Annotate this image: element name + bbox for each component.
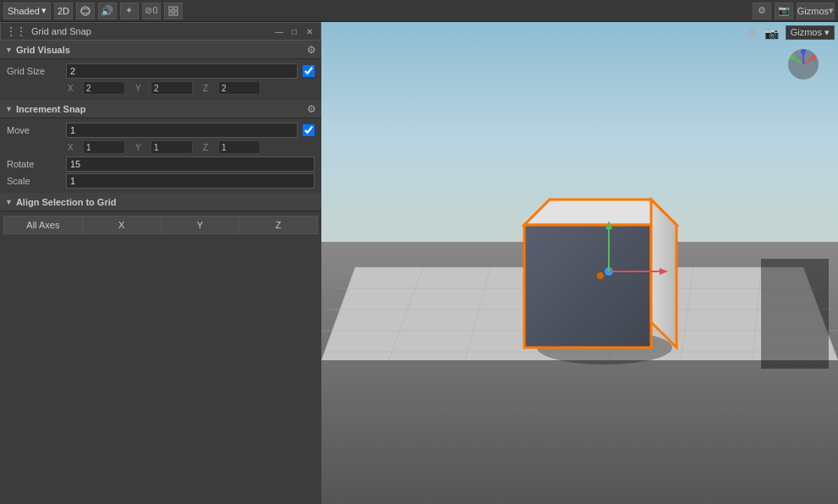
chevron-down-icon: ▾ (41, 5, 47, 16)
grid-axis-x-label: X (68, 84, 81, 93)
gizmos-chevron-icon: ▾ (829, 5, 834, 16)
align-all-axes-btn[interactable]: All Axes (3, 216, 82, 234)
align-section-content: All Axes X Y Z (0, 211, 321, 238)
sphere-icon (79, 5, 91, 17)
scale-input-wrap (66, 173, 315, 189)
increment-snap-title: Increment Snap (16, 104, 307, 114)
panel-close-btn[interactable]: ✕ (304, 25, 315, 37)
camera-icon-btn[interactable]: 📷 (775, 3, 793, 19)
gizmos-btn[interactable]: Gizmos ▾ (797, 3, 835, 19)
audio-icon-btn[interactable]: 🔊 (98, 3, 117, 19)
increment-snap-content: Move X Y (0, 118, 321, 193)
increment-snap-gear-icon[interactable]: ⚙ (307, 103, 316, 115)
svg-point-36 (597, 272, 604, 279)
grid-visuals-arrow-icon: ▼ (5, 46, 13, 54)
move-axis-y-group: Y (135, 140, 193, 154)
scale-input[interactable] (66, 173, 315, 189)
svg-rect-5 (174, 12, 178, 15)
rotate-label: Rotate (7, 159, 66, 169)
persp-icon-btn[interactable] (76, 3, 95, 19)
grid-size-label: Grid Size (7, 66, 66, 76)
svg-point-42 (791, 55, 796, 60)
align-section-title: Align Selection to Grid (16, 197, 316, 207)
grid-size-checkbox[interactable] (303, 65, 315, 77)
rotate-input-wrap (66, 156, 315, 172)
scene-svg (321, 22, 838, 504)
increment-snap-arrow-icon: ▼ (5, 105, 13, 113)
grid-axis-y-group: Y (135, 81, 193, 95)
scale-label: Scale (7, 176, 66, 186)
move-axis-row: X Y Z (0, 139, 321, 156)
grid-axis-z-label: Z (203, 84, 216, 93)
main-area: ⋮⋮ Grid and Snap — □ ✕ ▼ Grid Visuals ⚙ … (0, 22, 838, 504)
move-input[interactable] (66, 123, 298, 138)
panel-titlebar-icons: — □ ✕ (273, 25, 315, 37)
grid-axis-x-input[interactable] (83, 81, 125, 95)
align-buttons-row: All Axes X Y Z (0, 215, 321, 235)
panel-maximize-btn[interactable]: □ (288, 25, 300, 37)
viewport-top-right: ⚙ 📷 Gizmos ▾ (747, 25, 835, 40)
grid-visuals-axis-row: X Y Z (0, 79, 321, 96)
grid-axis-y-label: Y (135, 84, 149, 93)
move-axis-z-label: Z (203, 143, 216, 152)
grid-visuals-gear-icon[interactable]: ⚙ (307, 44, 316, 56)
camera-icon: 📷 (778, 5, 790, 16)
settings-icon-btn[interactable]: ⚙ (753, 3, 771, 19)
svg-rect-2 (169, 7, 173, 10)
panel-titlebar: ⋮⋮ Grid and Snap — □ ✕ (0, 22, 321, 41)
grid-axis-x-group: X (68, 81, 125, 95)
move-axis-x-input[interactable] (83, 140, 125, 154)
align-x-btn[interactable]: X (82, 216, 161, 234)
svg-rect-27 (761, 259, 829, 369)
svg-point-43 (801, 49, 806, 54)
snap-settings-btn[interactable] (164, 3, 183, 19)
move-axis-y-label: Y (135, 143, 149, 152)
grid-visuals-content: Grid Size X Y (0, 59, 321, 100)
viewport-gear-icon[interactable]: ⚙ (747, 26, 758, 40)
viewport-gizmos-btn[interactable]: Gizmos ▾ (786, 25, 835, 40)
grid-snap-panel: ⋮⋮ Grid and Snap — □ ✕ ▼ Grid Visuals ⚙ … (0, 22, 321, 504)
panel-minimize-btn[interactable]: — (273, 25, 285, 37)
grid-size-input[interactable] (66, 63, 298, 79)
increment-snap-section-header[interactable]: ▼ Increment Snap ⚙ (0, 100, 321, 118)
grid-snap-icon (167, 5, 179, 17)
svg-point-0 (81, 7, 90, 15)
panel-title: Grid and Snap (31, 26, 273, 36)
move-input-wrap (66, 123, 315, 138)
svg-rect-4 (169, 12, 173, 15)
align-z-btn[interactable]: Z (238, 216, 318, 234)
grid-visuals-section-header[interactable]: ▼ Grid Visuals ⚙ (0, 41, 321, 59)
scene-viewport[interactable]: ⚙ 📷 Gizmos ▾ (321, 22, 838, 504)
move-checkbox[interactable] (303, 124, 315, 136)
move-axis-z-group: Z (203, 140, 260, 154)
grid-visuals-title: Grid Visuals (16, 45, 307, 55)
move-axis-y-input[interactable] (151, 140, 193, 154)
move-axis-x-group: X (68, 140, 125, 154)
move-axis-x-label: X (68, 143, 81, 152)
2d-toggle-btn[interactable]: 2D (54, 3, 73, 19)
grid-size-row: Grid Size (0, 63, 321, 79)
shading-mode-dropdown[interactable]: Shaded ▾ (3, 3, 51, 19)
svg-rect-29 (524, 225, 651, 348)
svg-rect-3 (174, 7, 178, 10)
rotate-input[interactable] (66, 156, 315, 172)
fx-icon-btn[interactable]: ✦ (120, 3, 139, 19)
align-y-btn[interactable]: Y (161, 216, 239, 234)
shading-mode-label: Shaded (8, 6, 40, 16)
hidden-count-btn[interactable]: ⊘0 (142, 3, 161, 19)
fx-icon: ✦ (125, 5, 133, 16)
gear-icon: ⚙ (758, 5, 766, 16)
svg-point-41 (811, 55, 816, 60)
gizmos-label: Gizmos (797, 6, 829, 16)
audio-icon: 🔊 (101, 5, 113, 17)
viewport-camera-icon[interactable]: 📷 (764, 26, 779, 40)
move-label: Move (7, 125, 66, 135)
grid-axis-z-group: Z (203, 81, 260, 95)
align-section-header[interactable]: ▼ Align Selection to Grid (0, 193, 321, 211)
grid-axis-y-input[interactable] (151, 81, 193, 95)
grid-axis-z-input[interactable] (218, 81, 260, 95)
panel-menu-icon[interactable]: ⋮⋮ (6, 25, 26, 37)
move-axis-z-input[interactable] (218, 140, 260, 154)
move-row: Move (0, 122, 321, 139)
svg-marker-30 (651, 200, 676, 348)
